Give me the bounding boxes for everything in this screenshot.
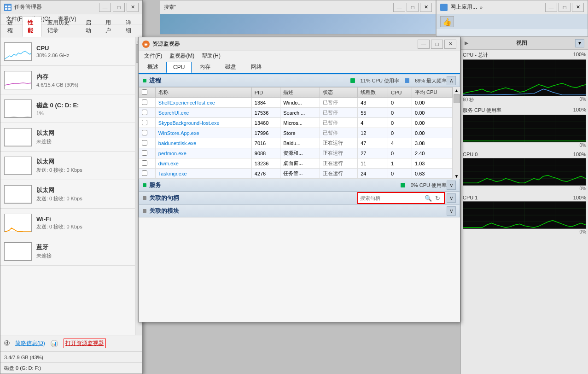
tab-startup[interactable]: 启动 — [81, 17, 100, 37]
table-row[interactable]: SearchUI.exe 17536 Search ... 已暂停 55 0 0… — [139, 108, 453, 118]
service-collapse-btn[interactable]: ∨ — [447, 181, 456, 190]
col-name[interactable]: 名称 — [155, 88, 251, 98]
resmon-minimize-btn[interactable]: — — [418, 40, 430, 49]
taskmgr-minimize-btn[interactable]: — — [99, 3, 111, 12]
service-section-header[interactable]: 服务 0% CPU 使用率 ∨ — [139, 179, 460, 192]
col-threads[interactable]: 线程数 — [358, 88, 388, 98]
search-handles-input[interactable] — [360, 195, 424, 201]
process-collapse-btn[interactable]: ∧ — [447, 76, 456, 85]
resmon-close-btn[interactable]: ✕ — [444, 40, 456, 49]
handles-section-header[interactable]: 关联的句柄 🔍 ↻ ∨ — [139, 192, 460, 205]
resmon-menu-help[interactable]: 帮助(H) — [198, 51, 224, 61]
modules-collapse-btn[interactable]: ∨ — [447, 206, 456, 216]
perf-item-eth2[interactable]: 以太网 发送: 0 接收: 0 Kbps — [0, 152, 135, 180]
view-dropdown-btn[interactable]: ▼ — [575, 39, 584, 47]
resmon-tab-network[interactable]: 网络 — [244, 61, 269, 73]
process-scrollbar[interactable]: ▲ ▼ — [453, 87, 460, 179]
table-row[interactable]: perfmon.exe 9088 资源和... 正在运行 27 0 2.40 — [139, 148, 453, 158]
open-resmon-link[interactable]: 打开资源监视器 — [64, 339, 106, 348]
handles-collapse-btn[interactable]: ∨ — [447, 193, 456, 203]
bg-minimize-btn[interactable]: — — [545, 3, 557, 12]
refresh-btn[interactable]: ↻ — [433, 194, 442, 202]
perf-item-eth3[interactable]: 以太网 发送: 0 接收: 0 Kbps — [0, 180, 135, 209]
process-table-scroll[interactable]: 名称 PID 描述 状态 线程数 CPU 平均 CPU ShellExperie… — [139, 87, 453, 179]
bg-close-btn[interactable]: ✕ — [572, 3, 584, 12]
resmon-tab-memory[interactable]: 内存 — [192, 61, 217, 73]
table-row[interactable]: dwm.exe 13236 桌面窗... 正在运行 11 1 1.03 — [139, 158, 453, 169]
perf-item-bt[interactable]: 蓝牙 未连接 — [0, 237, 135, 266]
process-link[interactable]: Taskmgr.exe — [158, 171, 187, 176]
row-cpu-cell: 0 — [388, 148, 412, 158]
row-cpu-cell: 4 — [388, 138, 412, 148]
col-status[interactable]: 状态 — [320, 88, 358, 98]
process-link[interactable]: ShellExperienceHost.exe — [158, 100, 215, 105]
summary-info-link[interactable]: 简略信息(D) — [15, 339, 45, 347]
taskmgr-bottom-bar: ⓓ 简略信息(D) 📊 打开资源监视器 — [0, 335, 142, 351]
resmon-tab-disk[interactable]: 磁盘 — [218, 61, 243, 73]
row-name-cell[interactable]: WinStore.App.exe — [155, 128, 251, 138]
table-row[interactable]: ShellExperienceHost.exe 1384 Windo... 已暂… — [139, 98, 453, 108]
process-link[interactable]: WinStore.App.exe — [158, 130, 199, 136]
tab-apphistory[interactable]: 应用历史记录 — [42, 17, 80, 37]
col-pid[interactable]: PID — [251, 88, 280, 98]
bt-detail: 未连接 — [36, 252, 131, 259]
modules-section-header[interactable]: 关联的模块 ∨ — [139, 205, 460, 217]
row-check-cell[interactable] — [139, 108, 156, 118]
tab-users[interactable]: 用户 — [100, 17, 120, 37]
row-check-cell[interactable] — [139, 158, 156, 169]
col-check[interactable] — [139, 88, 156, 98]
process-link[interactable]: perfmon.exe — [158, 151, 186, 156]
row-name-cell[interactable]: perfmon.exe — [155, 148, 251, 158]
row-pid-cell: 9088 — [251, 148, 280, 158]
bt-info: 蓝牙 未连接 — [36, 243, 131, 259]
sidebar-content: CPU 38% 2.86 GHz 内存 4.6/15.4 GB (30%) — [0, 37, 142, 335]
row-check-cell[interactable] — [139, 98, 156, 108]
taskmgr-maximize-btn[interactable]: □ — [113, 3, 125, 12]
col-avg-cpu[interactable]: 平均 CPU — [412, 88, 453, 98]
tab-detail[interactable]: 详细 — [121, 17, 140, 37]
perf-item-eth1[interactable]: 以太网 未连接 — [0, 123, 135, 152]
process-link[interactable]: SkypeBackgroundHost.exe — [158, 120, 220, 126]
perf-item-disk[interactable]: 磁盘 0 (C: D: E: 1% — [0, 94, 135, 123]
resmon-tab-overview[interactable]: 概述 — [140, 61, 165, 73]
perf-item-wifi[interactable]: Wi-Fi 发送: 0 接收: 0 Kbps — [0, 209, 135, 237]
process-link[interactable]: SearchUI.exe — [158, 110, 189, 116]
row-check-cell[interactable] — [139, 169, 156, 179]
row-name-cell[interactable]: ShellExperienceHost.exe — [155, 98, 251, 108]
taskmgr-title: 任务管理器 — [14, 3, 42, 11]
process-link[interactable]: baidunetdisk.exe — [158, 140, 197, 146]
tab-performance[interactable]: 性能 — [23, 17, 42, 37]
handles-indicator — [143, 196, 146, 200]
row-name-cell[interactable]: SearchUI.exe — [155, 108, 251, 118]
resmon-tab-cpu[interactable]: CPU — [166, 62, 192, 73]
perf-item-memory[interactable]: 内存 4.6/15.4 GB (30%) — [0, 66, 135, 94]
summary-bar-2: 磁盘 0 (G: D: F:) — [0, 362, 142, 374]
resmon-maximize-btn[interactable]: □ — [431, 40, 443, 49]
process-link[interactable]: dwm.exe — [158, 161, 179, 166]
table-row[interactable]: baidunetdisk.exe 7016 Baidu... 正在运行 47 4… — [139, 138, 453, 148]
memory-detail: 4.6/15.4 GB (30%) — [36, 82, 131, 88]
row-name-cell[interactable]: SkypeBackgroundHost.exe — [155, 118, 251, 128]
search-box[interactable]: 🔍 ↻ — [357, 192, 445, 204]
tab-process[interactable]: 进程 — [2, 17, 22, 37]
row-check-cell[interactable] — [139, 148, 156, 158]
row-name-cell[interactable]: dwm.exe — [155, 158, 251, 169]
taskmgr-close-btn[interactable]: ✕ — [127, 3, 139, 12]
row-check-cell[interactable] — [139, 138, 156, 148]
table-row[interactable]: Taskmgr.exe 4276 任务管... 正在运行 24 0 0.63 — [139, 169, 453, 179]
perf-item-cpu[interactable]: CPU 38% 2.86 GHz — [0, 37, 135, 66]
resmon-menu-monitor[interactable]: 监视器(M) — [166, 51, 198, 61]
table-row[interactable]: WinStore.App.exe 17996 Store 已暂停 12 0 0.… — [139, 128, 453, 138]
process-section-header[interactable]: 进程 11% CPU 使用率 69% 最大频率 ∧ — [139, 74, 460, 87]
row-check-cell[interactable] — [139, 128, 156, 138]
col-desc[interactable]: 描述 — [280, 88, 320, 98]
row-threads-cell: 47 — [358, 138, 388, 148]
search-btn[interactable]: 🔍 — [424, 194, 433, 202]
table-row[interactable]: SkypeBackgroundHost.exe 13460 Micros... … — [139, 118, 453, 128]
col-cpu[interactable]: CPU — [388, 88, 412, 98]
row-check-cell[interactable] — [139, 118, 156, 128]
bg-maximize-btn[interactable]: □ — [559, 3, 571, 12]
row-name-cell[interactable]: baidunetdisk.exe — [155, 138, 251, 148]
resmon-menu-file[interactable]: 文件(F) — [140, 51, 166, 61]
row-name-cell[interactable]: Taskmgr.exe — [155, 169, 251, 179]
